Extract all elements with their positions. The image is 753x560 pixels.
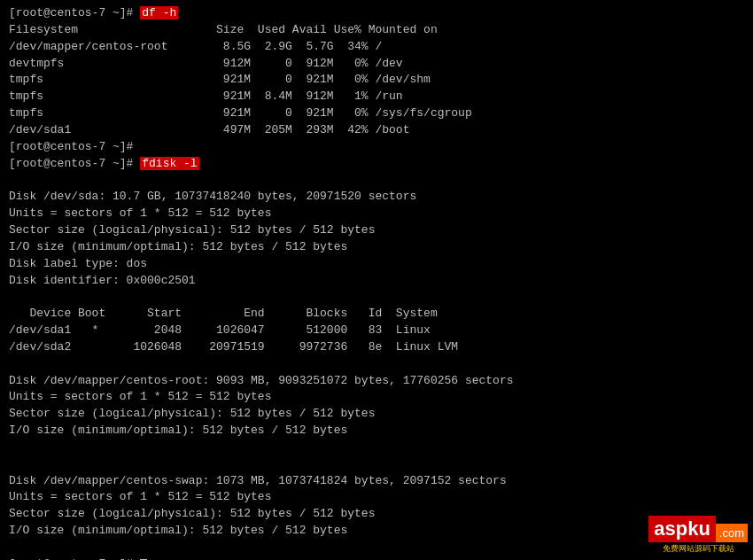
- terminal-line: I/O size (minimum/optimal): 512 bytes / …: [9, 239, 744, 256]
- terminal-line: [root@centos-7 ~]#: [9, 556, 744, 560]
- command-highlight: fdisk -l: [140, 157, 198, 170]
- command-highlight: df -h: [140, 6, 178, 19]
- terminal-line: tmpfs 921M 0 921M 0% /dev/shm: [9, 72, 744, 89]
- terminal-line: /dev/sda1 497M 205M 293M 42% /boot: [9, 122, 744, 139]
- terminal-line: [9, 439, 744, 456]
- terminal-line: tmpfs 921M 8.4M 912M 1% /run: [9, 89, 744, 105]
- terminal-line: [root@centos-7 ~]# df -h: [9, 5, 744, 22]
- watermark: aspku .com 免费网站源码下载站: [648, 516, 748, 555]
- terminal-line: [9, 456, 744, 473]
- terminal-line: Units = sectors of 1 * 512 = 512 bytes: [9, 389, 744, 406]
- watermark-com: .com: [716, 524, 748, 542]
- terminal-line: Filesystem Size Used Avail Use% Mounted …: [9, 22, 744, 39]
- terminal-line: I/O size (minimum/optimal): 512 bytes / …: [9, 423, 744, 439]
- watermark-aspku: aspku: [648, 516, 716, 542]
- terminal-line: devtmpfs 912M 0 912M 0% /dev: [9, 56, 744, 73]
- terminal-line: Device Boot Start End Blocks Id System: [9, 306, 744, 323]
- terminal-line: I/O size (minimum/optimal): 512 bytes / …: [9, 523, 744, 540]
- terminal-line: [9, 356, 744, 373]
- terminal: [root@centos-7 ~]# df -hFilesystem Size …: [0, 0, 753, 560]
- terminal-line: Disk /dev/sda: 10.7 GB, 10737418240 byte…: [9, 189, 744, 206]
- terminal-line: /dev/sda1 * 2048 1026047 512000 83 Linux: [9, 323, 744, 339]
- terminal-line: Disk identifier: 0x000c2501: [9, 273, 744, 290]
- terminal-line: /dev/sda2 1026048 20971519 9972736 8e Li…: [9, 339, 744, 356]
- terminal-line: [9, 172, 744, 189]
- watermark-sub: 免费网站源码下载站: [648, 543, 748, 555]
- terminal-line: Disk /dev/mapper/centos-swap: 1073 MB, 1…: [9, 473, 744, 490]
- terminal-line: Sector size (logical/physical): 512 byte…: [9, 222, 744, 239]
- terminal-line: Disk label type: dos: [9, 256, 744, 273]
- terminal-line: [root@centos-7 ~]#: [9, 139, 744, 156]
- terminal-line: /dev/mapper/centos-root 8.5G 2.9G 5.7G 3…: [9, 39, 744, 56]
- terminal-line: Units = sectors of 1 * 512 = 512 bytes: [9, 206, 744, 222]
- terminal-line: Sector size (logical/physical): 512 byte…: [9, 406, 744, 423]
- terminal-line: tmpfs 921M 0 921M 0% /sys/fs/cgroup: [9, 105, 744, 122]
- terminal-line: [root@centos-7 ~]# fdisk -l: [9, 156, 744, 173]
- terminal-line: Units = sectors of 1 * 512 = 512 bytes: [9, 489, 744, 506]
- terminal-line: [9, 289, 744, 306]
- terminal-line: Disk /dev/mapper/centos-root: 9093 MB, 9…: [9, 373, 744, 390]
- terminal-line: [9, 540, 744, 556]
- terminal-line: Sector size (logical/physical): 512 byte…: [9, 506, 744, 523]
